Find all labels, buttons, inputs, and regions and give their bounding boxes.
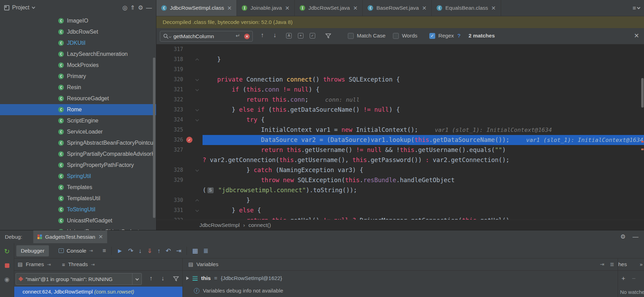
step-out-button[interactable]: ↑: [157, 248, 161, 254]
tree-item-TemplatesUtil[interactable]: CTemplatesUtil: [0, 193, 156, 204]
tree-item-LazySearchEnumeration[interactable]: CLazySearchEnumeration: [0, 49, 156, 60]
fold-marker-icon[interactable]: [196, 168, 199, 172]
collapse-all-icon[interactable]: ⇑: [130, 5, 135, 11]
variable-row[interactable]: this = {JdbcRowSetImpl@1622}: [183, 273, 618, 284]
thread-selector[interactable]: "main"@1 in group "main": RUNNING: [16, 273, 142, 285]
breadcrumb-method[interactable]: connect(): [248, 222, 271, 228]
step-over-button[interactable]: ↷: [128, 248, 134, 254]
breadcrumb-class[interactable]: JdbcRowSetImpl: [199, 222, 240, 228]
gutter[interactable]: 320: [156, 75, 203, 85]
fold-marker-icon[interactable]: [196, 78, 199, 81]
stripe-mark[interactable]: [641, 148, 644, 150]
tree-item-Rome[interactable]: CRome: [0, 104, 156, 115]
tree-item-UnicastRemoteObjectGadget[interactable]: CUnicastRemoteObjectGadget: [0, 226, 156, 230]
close-icon[interactable]: ✕: [353, 5, 358, 11]
tree-item-ToStringUtil[interactable]: CToStringUtil: [0, 204, 156, 215]
tree-item-Resin[interactable]: CResin: [0, 82, 156, 93]
project-title[interactable]: Project: [12, 5, 29, 11]
gutter[interactable]: 322: [156, 95, 203, 105]
tree-item-Primary[interactable]: CPrimary: [0, 71, 156, 82]
close-search-icon[interactable]: ✕: [634, 32, 639, 40]
settings-layout-button[interactable]: ≣: [203, 248, 208, 254]
fold-marker-icon[interactable]: [196, 88, 199, 91]
gutter[interactable]: 318: [156, 54, 203, 65]
fold-marker-icon[interactable]: [196, 200, 199, 203]
fold-marker-icon[interactable]: [196, 209, 199, 212]
regex-label[interactable]: Regex: [438, 33, 454, 39]
force-step-into-button[interactable]: ⇓: [147, 248, 152, 254]
rerun-button[interactable]: ↻: [4, 248, 10, 255]
close-icon[interactable]: ✕: [285, 5, 290, 11]
tree-item-MockProxies[interactable]: CMockProxies: [0, 60, 156, 71]
view-breakpoints-button[interactable]: ◉: [5, 277, 10, 282]
gutter[interactable]: 323: [156, 105, 203, 115]
gear-icon[interactable]: ⚙: [138, 5, 143, 11]
locate-file-icon[interactable]: ◎: [122, 5, 128, 11]
words-label[interactable]: Words: [402, 33, 418, 39]
remove-watch-button[interactable]: −: [632, 275, 636, 282]
add-selection-icon[interactable]: +: [298, 33, 303, 39]
select-all-occurrences-icon[interactable]: ✓: [310, 33, 315, 39]
code-editor[interactable]: 317318 }319320 private Connection connec…: [156, 44, 644, 220]
gutter[interactable]: 330: [156, 195, 203, 205]
tab-debugger[interactable]: Debugger: [16, 245, 49, 256]
frames-tab[interactable]: Frames: [26, 261, 44, 268]
clear-search-icon[interactable]: ✕: [244, 34, 250, 39]
words-checkbox[interactable]: [393, 33, 399, 39]
gutter[interactable]: 331: [156, 205, 203, 215]
close-icon[interactable]: ✕: [491, 5, 496, 11]
tab-console[interactable]: › Console ⇥: [54, 245, 97, 256]
regex-help-link[interactable]: ?: [457, 33, 461, 39]
tab-EqualsBean.class[interactable]: CEqualsBean.class✕: [432, 0, 501, 16]
close-icon[interactable]: ✕: [98, 234, 103, 240]
tree-item-JdbcRowSet[interactable]: CJdbcRowSet: [0, 26, 156, 37]
tree-item-SpringPartiallyComparableAdvisorH[interactable]: CSpringPartiallyComparableAdvisorH: [0, 148, 156, 160]
tab-JdbcRowSetImpl.class[interactable]: CJdbcRowSetImpl.class✕: [156, 0, 237, 16]
tree-item-SpringAbstractBeanFactoryPointcut[interactable]: CSpringAbstractBeanFactoryPointcut: [0, 137, 156, 148]
prev-frame-icon[interactable]: ↑: [149, 275, 153, 282]
add-watch-button[interactable]: +: [621, 275, 625, 282]
stack-frame-row[interactable]: connect:624, JdbcRowSetImpl (com.sun.row…: [14, 287, 182, 297]
evaluate-expression-button[interactable]: ▦: [192, 248, 198, 254]
tree-item-SpringUtil[interactable]: CSpringUtil: [0, 171, 156, 182]
tree-item-ServiceLoader[interactable]: CServiceLoader: [0, 126, 156, 137]
layout-icon[interactable]: ≣: [610, 261, 614, 268]
show-execution-point-button[interactable]: ►: [117, 248, 123, 254]
tab-list-icon[interactable]: ≡: [633, 5, 636, 11]
stop-button[interactable]: [5, 263, 9, 268]
run-to-cursor-button[interactable]: ⇥: [176, 248, 181, 254]
match-case-label[interactable]: Match Case: [357, 33, 386, 39]
gutter[interactable]: 319: [156, 65, 203, 75]
threads-tab[interactable]: Threads: [68, 261, 88, 268]
step-into-button[interactable]: ↓: [139, 248, 142, 254]
project-scrollbar[interactable]: [153, 58, 155, 218]
gutter[interactable]: 324: [156, 115, 203, 125]
close-icon[interactable]: ✕: [422, 5, 427, 11]
tab-BaseRowSet.java[interactable]: CBaseRowSet.java✕: [363, 0, 432, 16]
fold-marker-icon[interactable]: [196, 118, 199, 121]
tree-item-JDKUtil[interactable]: CJDKUtil: [0, 37, 156, 49]
tree-item-SpringPropertyPathFactory[interactable]: CSpringPropertyPathFactory: [0, 160, 156, 171]
thread-dropdown-arrow[interactable]: [132, 273, 141, 285]
breakpoint-icon[interactable]: ✓: [186, 137, 192, 143]
next-frame-icon[interactable]: ↓: [161, 275, 164, 282]
tab-Joinable.java[interactable]: IJoinable.java✕: [237, 0, 295, 16]
debug-session-tab[interactable]: GadgetsTest.hessian ✕: [33, 230, 107, 243]
gutter[interactable]: 327: [156, 145, 203, 155]
newline-icon[interactable]: ↵: [235, 33, 240, 39]
next-occurrence-icon[interactable]: ↓: [273, 32, 276, 39]
gear-icon[interactable]: ⚙: [620, 234, 626, 240]
find-all-icon[interactable]: A: [286, 33, 292, 39]
filter-frames-icon[interactable]: [173, 276, 179, 283]
search-input[interactable]: [173, 32, 232, 41]
minimize-icon[interactable]: —: [146, 5, 152, 11]
hide-panel-icon[interactable]: —: [633, 234, 638, 240]
close-icon[interactable]: ✕: [227, 5, 232, 11]
pin-icon[interactable]: ⇥: [91, 262, 95, 267]
fold-marker-icon[interactable]: [196, 108, 199, 111]
gutter[interactable]: [156, 185, 203, 195]
more-icon[interactable]: »: [640, 261, 643, 267]
scrollbar-thumb[interactable]: [641, 78, 644, 108]
pin-icon[interactable]: ⇥: [600, 261, 604, 268]
gutter[interactable]: [156, 155, 203, 165]
